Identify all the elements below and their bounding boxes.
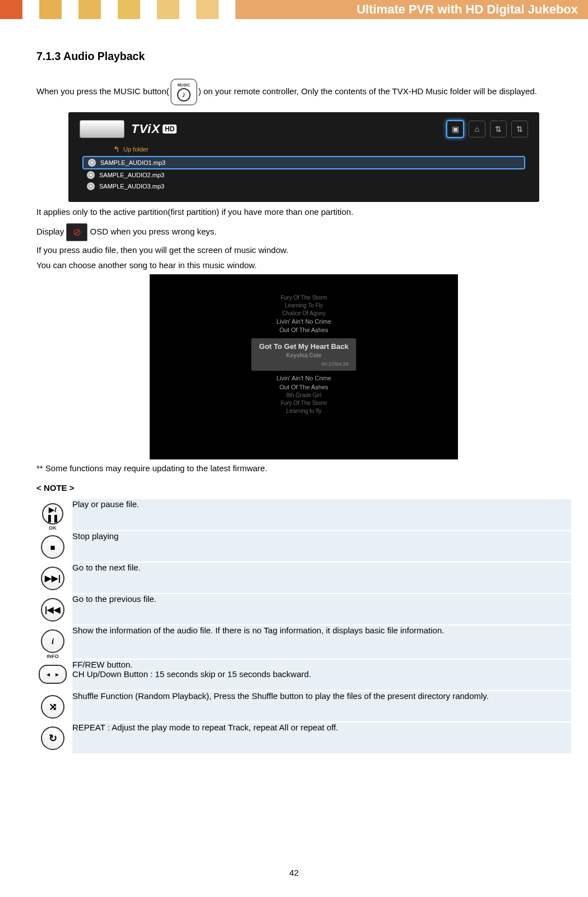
stripe — [118, 0, 140, 19]
partition-note: It applies only to the active partition(… — [36, 206, 571, 218]
source-icon: ⇅ — [511, 121, 528, 137]
repeat-button-icon: ↻ — [41, 726, 64, 750]
playback-time: 00:27/04:28 — [259, 361, 348, 368]
cd-icon — [87, 182, 95, 190]
source-icon: ⇅ — [490, 121, 507, 137]
up-folder: Up folder — [113, 145, 539, 154]
intro-paragraph: When you press the MUSIC button(MUSIC♪) … — [36, 79, 571, 105]
play-pause-button-icon: ▶/❚❚ — [42, 503, 63, 525]
stop-desc: Stop playing — [71, 531, 571, 562]
note-heading: < NOTE > — [36, 483, 571, 493]
ffrew-desc: FF/REW button. CH Up/Down Button : 15 se… — [71, 659, 571, 691]
music-window-note: If you press audio file, then you will g… — [36, 245, 571, 256]
tvix-logo: TViX — [131, 122, 160, 136]
next-button-icon: ▶▶| — [41, 567, 64, 590]
current-track-artist: Keyshia Cole — [259, 352, 348, 360]
stripe — [157, 0, 179, 19]
current-track: Got To Get My Heart Back Keyshia Cole 00… — [251, 338, 356, 371]
button-table: ▶/❚❚OK Play or pause file. ■ Stop playin… — [36, 498, 571, 753]
osd-paragraph: Display ⊘ OSD when you press wrong keys. — [36, 223, 571, 241]
current-track-title: Got To Get My Heart Back — [259, 342, 348, 352]
cd-icon — [87, 171, 95, 179]
source-icon-active: ▣ — [446, 120, 464, 138]
track: Learning to fly — [251, 407, 356, 415]
filename: SAMPLE_AUDIO2.mp3 — [99, 172, 164, 178]
shuffle-button-icon: ⤨ — [41, 695, 64, 719]
track: Fury Of The Storm — [251, 399, 356, 407]
prev-button-icon: |◀◀ — [41, 598, 64, 622]
stripe — [0, 0, 22, 19]
ok-label: OK — [36, 525, 69, 531]
music-icon-label: MUSIC — [178, 82, 191, 88]
section-heading: 7.1.3 Audio Playback — [36, 50, 571, 63]
info-button-icon: i — [41, 629, 64, 653]
repeat-desc: REPEAT : Adjust the play mode to repeat … — [71, 722, 571, 753]
text: When you press the MUSIC button( — [36, 86, 169, 96]
music-button-icon: MUSIC♪ — [170, 79, 197, 105]
filename: SAMPLE_AUDIO1.mp3 — [100, 159, 165, 166]
hdd-icon — [80, 120, 124, 138]
page-header: Ultimate PVR with HD Digital Jukebox — [235, 0, 588, 19]
track: Out Of The Ashes — [251, 383, 356, 392]
info-label: INFO — [36, 654, 69, 659]
shuffle-desc: Shuffle Function (Random Playback), Pres… — [71, 691, 571, 722]
ffrew-button-icon: ◂▸ — [39, 665, 67, 684]
track: 8th Grade Girl — [251, 392, 356, 399]
stop-button-icon: ■ — [41, 535, 64, 559]
page-number: 42 — [0, 868, 588, 877]
next-desc: Go to the next file. — [71, 562, 571, 594]
track: Learning To Fly — [251, 302, 356, 310]
tvix-screenshot: TViX HD ▣ ⌂ ⇅ ⇅ Up folder SAMPLE_AUDIO1.… — [68, 112, 539, 202]
prev-desc: Go to the previous file. — [71, 594, 571, 625]
filename: SAMPLE_AUDIO3.mp3 — [99, 183, 164, 190]
stripe — [39, 0, 62, 19]
text: ) on your remote controller, Only the co… — [198, 86, 537, 96]
cd-icon — [88, 159, 96, 167]
audio-row: SAMPLE_AUDIO2.mp3 — [82, 169, 525, 181]
text: Display — [36, 227, 66, 236]
choose-song-note: You can choose another song to hear in t… — [36, 260, 571, 271]
hd-badge: HD — [163, 125, 177, 134]
info-desc: Show the information of the audio file. … — [71, 625, 571, 659]
music-player-screenshot: Fury Of The Storm Learning To Fly Chalic… — [150, 274, 458, 459]
source-icon: ⌂ — [469, 121, 485, 137]
audio-row: SAMPLE_AUDIO3.mp3 — [82, 181, 525, 192]
stripe — [78, 0, 101, 19]
track: Fury Of The Storm — [251, 294, 356, 302]
track: Out Of The Ashes — [251, 326, 356, 334]
play-desc: Play or pause file. — [71, 499, 571, 531]
text: OSD when you press wrong keys. — [87, 227, 216, 236]
audio-row-selected: SAMPLE_AUDIO1.mp3 — [82, 156, 525, 169]
wrong-key-icon: ⊘ — [66, 223, 87, 241]
track: Livin' Ain't No Crime — [251, 374, 356, 383]
track: Livin' Ain't No Crime — [251, 318, 356, 326]
header-stripes: Ultimate PVR with HD Digital Jukebox — [0, 0, 588, 19]
note-icon: ♪ — [177, 88, 191, 102]
stripe — [196, 0, 219, 19]
track: Chalice Of Agony — [251, 310, 356, 318]
firmware-note: ** Some functions may require updating t… — [36, 463, 571, 474]
